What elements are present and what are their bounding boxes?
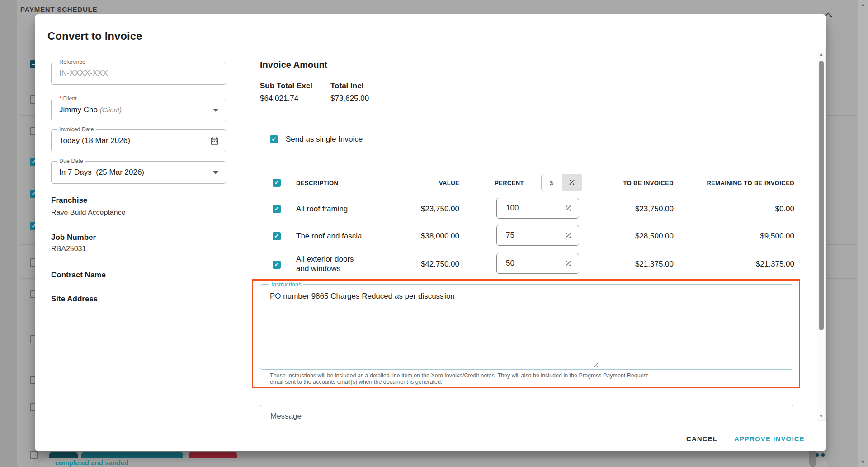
scroll-down-icon[interactable]: ▼ bbox=[817, 413, 825, 419]
background-row-divider bbox=[20, 115, 35, 116]
instructions-label: Instructions bbox=[269, 281, 303, 288]
row-to-be-invoiced: $21,375.00 bbox=[592, 260, 674, 269]
window-scroll-down-icon[interactable]: ▼ bbox=[859, 459, 867, 465]
background-row-divider bbox=[20, 244, 35, 245]
sub-total-value: $64,021.74 bbox=[260, 94, 298, 103]
percent-input[interactable]: 50 bbox=[496, 253, 579, 274]
due-date-select[interactable]: Due Date In 7 Days (25 Mar 2026) bbox=[51, 161, 226, 184]
background-row-divider bbox=[826, 147, 856, 147]
single-invoice-label: Send as single Invoice bbox=[286, 135, 363, 144]
background-row-divider bbox=[20, 360, 35, 360]
job-number-value: RBA25031 bbox=[51, 245, 86, 253]
dollar-toggle-button[interactable]: $ bbox=[542, 174, 562, 191]
col-percent: PERCENT bbox=[495, 180, 524, 186]
background-row-divider bbox=[826, 244, 856, 245]
chevron-down-icon bbox=[213, 109, 218, 112]
dollar-percent-toggle: $ bbox=[541, 174, 582, 191]
scroll-up-icon[interactable]: ▲ bbox=[817, 51, 825, 57]
row-checkbox[interactable]: ✓ bbox=[273, 232, 281, 240]
window-scroll-up-icon[interactable]: ▲ bbox=[859, 1, 867, 8]
approve-invoice-button[interactable]: APPROVE INVOICE bbox=[731, 431, 808, 447]
row-value: $42,750.00 bbox=[378, 260, 459, 269]
dialog-footer: CANCEL APPROVE INVOICE bbox=[35, 424, 817, 451]
row-value: $38,000.00 bbox=[378, 232, 459, 241]
row-checkbox[interactable]: ✓ bbox=[273, 261, 281, 269]
percent-input[interactable]: 75 bbox=[496, 225, 579, 246]
convert-to-invoice-dialog: Convert to Invoice Reference IN-XXXX-XXX… bbox=[35, 14, 826, 451]
screen: PAYMENT SCHEDULE ✓✓✓ completed and sande… bbox=[0, 0, 868, 467]
due-date-value: In 7 Days (25 Mar 2026) bbox=[59, 162, 144, 183]
select-all-checkbox[interactable]: ✓ bbox=[273, 179, 281, 187]
col-value: VALUE bbox=[378, 180, 459, 186]
row-description: All exterior doors and windows bbox=[296, 254, 365, 273]
row-description: All roof framing bbox=[296, 205, 348, 214]
site-address-heading: Site Address bbox=[51, 295, 98, 304]
percent-toggle-button[interactable] bbox=[562, 174, 582, 191]
percent-icon bbox=[564, 259, 572, 267]
percent-icon bbox=[568, 179, 576, 186]
background-button-teal[interactable] bbox=[81, 452, 183, 458]
single-invoice-checkbox[interactable]: ✓ bbox=[270, 135, 278, 143]
percent-input[interactable]: 100 bbox=[496, 198, 579, 219]
cancel-button[interactable]: CANCEL bbox=[683, 431, 721, 447]
background-row-divider bbox=[20, 430, 35, 430]
background-row-divider bbox=[20, 278, 35, 279]
percent-icon bbox=[564, 204, 572, 212]
background-row-divider bbox=[20, 317, 35, 317]
row-remaining: $0.00 bbox=[686, 205, 794, 214]
percent-icon bbox=[564, 231, 572, 239]
background-row-divider bbox=[826, 278, 856, 279]
column-divider bbox=[243, 50, 243, 424]
background-row-divider bbox=[20, 147, 35, 147]
background-row-divider bbox=[826, 210, 856, 210]
row-description: The roof and fascia bbox=[296, 232, 362, 241]
client-select[interactable]: *Client Jimmy Cho (Client) bbox=[51, 99, 226, 121]
client-value: Jimmy Cho (Client) bbox=[59, 99, 122, 121]
row-to-be-invoiced: $23,750.00 bbox=[592, 205, 674, 214]
window-scrollbar[interactable] bbox=[858, 0, 868, 467]
invoiced-date-value: Today (18 Mar 2026) bbox=[59, 130, 130, 152]
background-page-title: PAYMENT SCHEDULE bbox=[20, 5, 97, 13]
col-description: DESCRIPTION bbox=[296, 180, 338, 186]
row-value: $23,750.00 bbox=[378, 205, 459, 214]
row-checkbox[interactable]: ✓ bbox=[273, 205, 281, 213]
calendar-icon[interactable] bbox=[210, 136, 219, 146]
message-label: Message bbox=[270, 412, 302, 421]
sub-total-label: Sub Total Excl bbox=[260, 81, 312, 91]
dialog-scrollbar-thumb[interactable] bbox=[819, 61, 824, 330]
table-divider bbox=[267, 195, 796, 195]
background-row-divider bbox=[826, 360, 856, 360]
background-row-divider bbox=[20, 178, 35, 178]
background-completed-text: completed and sanded bbox=[55, 459, 129, 467]
row-to-be-invoiced: $28,500.00 bbox=[592, 232, 674, 241]
instructions-helper-line1: These Instructions will be included as a… bbox=[270, 372, 785, 379]
contract-name-heading: Contract Name bbox=[51, 271, 106, 280]
instructions-helper-line2: email sent to the accounts email(s) when… bbox=[270, 379, 785, 385]
chevron-down-icon bbox=[213, 171, 218, 174]
invoiced-date-field[interactable]: Invoiced Date Today (18 Mar 2026) bbox=[51, 129, 226, 152]
background-button-dark-teal[interactable] bbox=[49, 452, 78, 458]
row-remaining: $9,500.00 bbox=[686, 232, 794, 241]
background-row-divider bbox=[20, 394, 35, 394]
background-row-divider bbox=[826, 178, 856, 178]
resize-handle-icon[interactable] bbox=[593, 362, 599, 368]
background-row-divider bbox=[826, 115, 856, 116]
message-field[interactable]: Message bbox=[260, 405, 793, 427]
reference-field[interactable]: Reference IN-XXXX-XXX bbox=[51, 62, 226, 85]
col-to-be-invoiced: TO BE INVOICED bbox=[592, 180, 674, 186]
background-row-divider bbox=[826, 394, 856, 394]
background-sidebar-edge bbox=[0, 0, 17, 467]
background-row-divider bbox=[826, 317, 856, 317]
row-remaining: $21,375.00 bbox=[686, 260, 794, 269]
job-number-heading: Job Number bbox=[51, 233, 96, 242]
invoice-amount-heading: Invoice Amount bbox=[260, 60, 327, 70]
franchise-heading: Franchise bbox=[51, 196, 87, 205]
background-button-red[interactable] bbox=[189, 452, 237, 458]
background-row-checkbox[interactable] bbox=[30, 451, 38, 459]
instructions-text: PO number 9865 Charges Reduced as per di… bbox=[270, 291, 455, 301]
dialog-scrollbar[interactable]: ▲ ▼ bbox=[817, 49, 826, 421]
reference-placeholder: IN-XXXX-XXX bbox=[59, 62, 108, 84]
franchise-value: Rave Build Acceptance bbox=[51, 209, 126, 217]
table-divider bbox=[267, 222, 796, 222]
total-incl-value: $73,625.00 bbox=[330, 94, 369, 103]
